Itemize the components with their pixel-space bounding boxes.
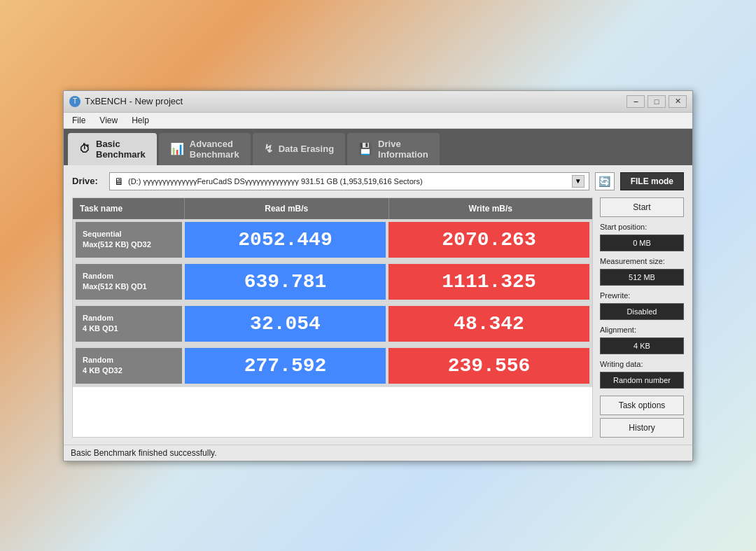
tab-erasing-label: Data Erasing xyxy=(279,144,334,154)
minimize-button[interactable]: ‒ xyxy=(626,95,645,108)
measurement-label: Measurement size: xyxy=(600,257,684,265)
drive-row: Drive: 🖥 (D:) γγγγγγγγγγγγγγFeruCadS DSγ… xyxy=(72,172,684,190)
basic-benchmark-icon: ⏱ xyxy=(79,143,90,155)
start-position-label: Start position: xyxy=(600,223,684,231)
advanced-benchmark-icon: 📊 xyxy=(170,142,184,155)
drive-info-icon: 💾 xyxy=(358,142,372,155)
menu-view[interactable]: View xyxy=(97,114,120,127)
start-position-value: 0 MB xyxy=(600,235,684,251)
table-row: SequentialMax(512 KB) QD32 2052.449 2070… xyxy=(73,219,592,261)
writing-data-value: Random number xyxy=(600,372,684,389)
read-random-4kb-qd32: 277.592 xyxy=(185,348,386,384)
title-bar-controls: ‒ □ ✕ xyxy=(626,95,687,108)
col-header-read: Read mB/s xyxy=(185,198,389,219)
task-options-button[interactable]: Task options xyxy=(600,396,684,415)
tab-bar: ⏱ BasicBenchmark 📊 AdvancedBenchmark ↯ D… xyxy=(64,129,692,165)
table-row: RandomMax(512 KB) QD1 639.781 1111.325 xyxy=(73,261,592,303)
write-random-4kb-qd1: 48.342 xyxy=(388,306,589,342)
prewrite-value: Disabled xyxy=(600,303,684,320)
write-random-512-qd1: 1111.325 xyxy=(388,264,589,300)
write-sequential: 2070.263 xyxy=(388,222,589,258)
app-icon: T xyxy=(69,96,80,107)
title-bar-left: T TxBENCH - New project xyxy=(69,96,183,107)
file-mode-button[interactable]: FILE mode xyxy=(620,172,684,190)
read-random-4kb-qd1: 32.054 xyxy=(185,306,386,342)
read-sequential: 2052.449 xyxy=(185,222,386,258)
writing-data-label: Writing data: xyxy=(600,360,684,368)
table-row: Random4 KB QD32 277.592 239.556 xyxy=(73,345,592,387)
drive-label: Drive: xyxy=(72,176,104,186)
data-erasing-icon: ↯ xyxy=(264,142,273,155)
close-button[interactable]: ✕ xyxy=(668,95,687,108)
drive-selector-icon: 🖥 xyxy=(114,176,124,187)
history-button[interactable]: History xyxy=(600,418,684,438)
measurement-value: 512 MB xyxy=(600,269,684,286)
title-bar: T TxBENCH - New project ‒ □ ✕ xyxy=(64,91,692,113)
col-header-write: Write mB/s xyxy=(389,198,593,219)
main-window: T TxBENCH - New project ‒ □ ✕ File View … xyxy=(63,90,693,461)
start-button[interactable]: Start xyxy=(600,197,684,217)
tab-data-erasing[interactable]: ↯ Data Erasing xyxy=(253,133,345,165)
col-header-task: Task name xyxy=(73,198,185,219)
alignment-value: 4 KB xyxy=(600,337,684,354)
tab-drive-label: DriveInformation xyxy=(378,139,428,160)
status-text: Basic Benchmark finished successfully. xyxy=(71,448,217,458)
task-random-4kb-qd1: Random4 KB QD1 xyxy=(76,306,182,342)
maximize-button[interactable]: □ xyxy=(648,95,666,108)
benchmark-table: Task name Read mB/s Write mB/s Sequentia… xyxy=(72,197,593,438)
table-row: Random4 KB QD1 32.054 48.342 xyxy=(73,303,592,345)
tab-advanced-benchmark[interactable]: 📊 AdvancedBenchmark xyxy=(159,133,251,165)
table-header: Task name Read mB/s Write mB/s xyxy=(73,198,592,219)
status-bar: Basic Benchmark finished successfully. xyxy=(64,445,692,461)
read-random-512-qd1: 639.781 xyxy=(185,264,386,300)
drive-dropdown-button[interactable]: ▼ xyxy=(572,175,584,188)
tab-drive-information[interactable]: 💾 DriveInformation xyxy=(347,133,440,165)
task-sequential: SequentialMax(512 KB) QD32 xyxy=(76,222,182,258)
alignment-label: Alignment: xyxy=(600,326,684,334)
menu-file[interactable]: File xyxy=(69,114,88,127)
menu-bar: File View Help xyxy=(64,113,692,129)
refresh-button[interactable]: 🔄 xyxy=(595,172,615,190)
task-random-4kb-qd32: Random4 KB QD32 xyxy=(76,348,182,384)
task-random-512-qd1: RandomMax(512 KB) QD1 xyxy=(76,264,182,300)
prewrite-label: Prewrite: xyxy=(600,291,684,300)
menu-help[interactable]: Help xyxy=(129,114,152,127)
main-layout: Task name Read mB/s Write mB/s Sequentia… xyxy=(72,197,684,438)
drive-selector[interactable]: 🖥 (D:) γγγγγγγγγγγγγγFeruCadS DSγγγγγγγγ… xyxy=(109,172,589,190)
write-random-4kb-qd32: 239.556 xyxy=(388,348,589,384)
sidebar: Start Start position: 0 MB Measurement s… xyxy=(600,197,684,438)
tab-advanced-label: AdvancedBenchmark xyxy=(190,139,239,160)
window-title: TxBENCH - New project xyxy=(85,96,183,106)
tab-basic-benchmark[interactable]: ⏱ BasicBenchmark xyxy=(68,133,157,165)
content-area: Drive: 🖥 (D:) γγγγγγγγγγγγγγFeruCadS DSγ… xyxy=(64,165,692,445)
tab-basic-label: BasicBenchmark xyxy=(96,139,146,160)
drive-text: (D:) γγγγγγγγγγγγγγFeruCadS DSγγγγγγγγγγ… xyxy=(128,177,568,186)
